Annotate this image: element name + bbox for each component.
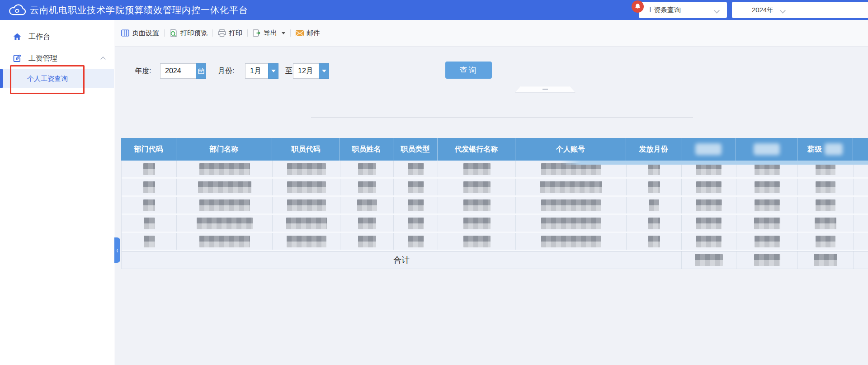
redacted-total-value: [695, 254, 723, 266]
toolbar-label: 打印预览: [180, 29, 208, 38]
panel-collapse-toggle[interactable]: [515, 86, 576, 93]
calendar-icon: [198, 68, 204, 74]
table-cell: [854, 215, 868, 232]
table-row[interactable]: [122, 233, 868, 251]
redacted-value: [199, 163, 250, 175]
notification-bell-icon[interactable]: [632, 0, 644, 13]
column-header-label: 个人账号: [556, 145, 585, 154]
column-header: 发放月份: [626, 138, 681, 161]
column-header: 部门代码: [121, 138, 176, 161]
export-button[interactable]: 导出: [253, 29, 285, 38]
caret-down-icon: [271, 70, 276, 72]
column-header-label: 部门代码: [134, 145, 163, 154]
calendar-picker-button[interactable]: [196, 63, 206, 79]
total-label: 合计: [122, 251, 682, 269]
table-cell: [736, 215, 798, 232]
table-cell: [438, 161, 516, 177]
redacted-value: [197, 218, 253, 229]
table-cell: [736, 233, 798, 250]
month-from-select: 1月: [245, 63, 278, 79]
table-cell: [177, 197, 273, 213]
month-filter-label: 月份:: [218, 62, 234, 80]
redacted-value: [357, 199, 377, 211]
month-from-dropdown-button[interactable]: [268, 63, 278, 79]
table-cell: [798, 179, 854, 195]
column-header: [736, 138, 797, 161]
total-cell: [736, 251, 798, 269]
redacted-value: [648, 236, 660, 247]
table-cell: [627, 233, 682, 250]
mail-icon: [296, 30, 304, 36]
search-button[interactable]: 查询: [445, 62, 492, 79]
salary-table-region: 部门代码部门名称职员代码职员姓名职员类型代发银行名称个人账号发放月份薪级 合计: [121, 138, 868, 365]
column-header: 薪级: [797, 138, 853, 161]
redacted-value: [463, 181, 491, 193]
column-header: 职员姓名: [340, 138, 393, 161]
redacted-value: [286, 218, 327, 229]
table-cell: [340, 215, 394, 232]
month-to-dropdown-button[interactable]: [319, 63, 329, 79]
column-header: 部门名称: [176, 138, 272, 161]
toolbar-separator: [164, 29, 165, 37]
table-cell: [438, 233, 516, 250]
year-select[interactable]: 2024年: [732, 2, 868, 18]
toolbar-separator: [212, 29, 213, 37]
redacted-value: [287, 163, 326, 175]
table-cell: [682, 197, 736, 213]
sidebar-item-workbench[interactable]: 工作台: [0, 26, 114, 47]
table-cell: [340, 161, 394, 177]
column-header-label: 职员代码: [292, 145, 321, 154]
print-button[interactable]: 打印: [218, 29, 242, 38]
table-cell: [736, 197, 798, 213]
table-cell: [516, 233, 627, 250]
page-settings-button[interactable]: 页面设置: [121, 29, 159, 38]
redacted-value: [696, 218, 722, 229]
redacted-total-value: [814, 254, 837, 266]
cloud-logo-icon: [7, 3, 27, 17]
table-cell: [516, 179, 627, 195]
main-content: 页面设置 打印预览 打印: [115, 20, 868, 365]
table-row[interactable]: [122, 215, 868, 233]
month-to-value[interactable]: 12月: [293, 63, 319, 79]
redacted-value: [540, 181, 602, 193]
table-cell: [394, 197, 438, 213]
table-cell: [122, 161, 177, 177]
redacted-value: [144, 218, 155, 229]
table-cell: [273, 161, 340, 177]
horizontal-scrollbar[interactable]: [561, 161, 868, 165]
redacted-value: [358, 181, 376, 193]
table-cell: [736, 179, 798, 195]
salary-grid: 部门代码部门名称职员代码职员姓名职员类型代发银行名称个人账号发放月份薪级 合计: [121, 138, 868, 269]
redacted-value: [816, 163, 835, 175]
table-row[interactable]: [122, 197, 868, 215]
table-row[interactable]: [122, 179, 868, 197]
caret-down-icon: [282, 32, 285, 34]
table-cell: [438, 197, 516, 213]
table-body: 合计: [121, 161, 868, 269]
year-input[interactable]: 2024: [160, 63, 196, 79]
top-bar: 云南机电职业技术学院预算绩效管理内控一体化平台 工资条查询 2024年: [0, 0, 868, 20]
sidebar-collapse-handle[interactable]: ‹: [114, 237, 120, 263]
column-header-label: 职员类型: [401, 145, 430, 154]
table-cell: [516, 197, 627, 213]
month-from-value[interactable]: 1月: [245, 63, 268, 79]
table-cell: [798, 197, 854, 213]
year-filter-label: 年度:: [135, 62, 151, 80]
redacted-value: [463, 163, 491, 175]
print-preview-button[interactable]: 打印预览: [170, 29, 208, 38]
sidebar-item-salary-management[interactable]: 工资管理: [0, 47, 114, 69]
chevron-up-icon[interactable]: [100, 57, 105, 62]
year-input-group: 2024: [160, 63, 206, 79]
table-cell: [273, 233, 340, 250]
redacted-header-label: [695, 143, 722, 155]
print-icon: [218, 29, 226, 37]
table-cell: [177, 215, 273, 232]
mail-button[interactable]: 邮件: [296, 29, 320, 38]
sidebar-item-personal-salary-query[interactable]: 个人工资查询: [0, 69, 114, 88]
redacted-value: [648, 181, 660, 193]
payslip-query-select[interactable]: 工资条查询: [639, 2, 727, 18]
redacted-value: [463, 199, 491, 211]
export-icon: [253, 29, 261, 37]
redacted-value: [755, 199, 780, 211]
table-cell: [177, 179, 273, 195]
